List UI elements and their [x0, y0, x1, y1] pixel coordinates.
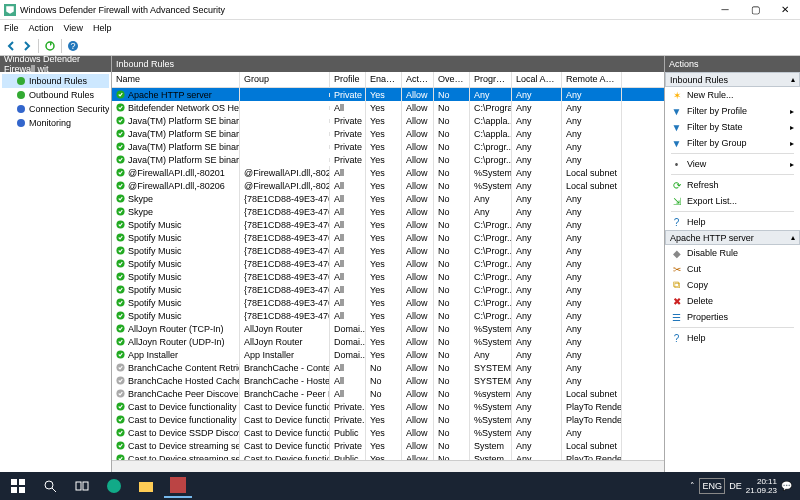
svg-rect-45	[19, 479, 25, 485]
horizontal-scrollbar[interactable]	[112, 460, 664, 472]
tree-item[interactable]: Monitoring	[2, 116, 109, 130]
rule-row[interactable]: @FirewallAPI.dll,-80206@FirewallAPI.dll,…	[112, 179, 664, 192]
actions-header: Actions	[665, 56, 800, 72]
back-icon[interactable]	[4, 39, 18, 53]
action-item[interactable]: ⟳Refresh	[665, 177, 800, 193]
action-item[interactable]: ◆Disable Rule	[665, 245, 800, 261]
menu-action[interactable]: Action	[29, 23, 54, 33]
rule-row[interactable]: AllJoyn Router (UDP-In)AllJoyn RouterDom…	[112, 335, 664, 348]
col-program[interactable]: Program	[470, 72, 512, 87]
rule-row[interactable]: Skype{78E1CD88-49E3-476E-B926-...AllYesA…	[112, 192, 664, 205]
menu-view[interactable]: View	[64, 23, 83, 33]
tree-item[interactable]: Outbound Rules	[2, 88, 109, 102]
action-item[interactable]: ▼Filter by Profile▸	[665, 103, 800, 119]
col-action[interactable]: Action	[402, 72, 434, 87]
action-item[interactable]: ☰Properties	[665, 309, 800, 325]
rule-row[interactable]: Spotify Music{78E1CD88-49E3-476E-B926-..…	[112, 257, 664, 270]
rule-row[interactable]: Spotify Music{78E1CD88-49E3-476E-B926-..…	[112, 296, 664, 309]
menu-file[interactable]: File	[4, 23, 19, 33]
search-button[interactable]	[36, 474, 64, 498]
col-remote[interactable]: Remote Address	[562, 72, 622, 87]
toolbar-help-icon[interactable]: ?	[66, 39, 80, 53]
rule-row[interactable]: BranchCache Peer Discovery (WSD-In)Branc…	[112, 387, 664, 400]
rule-row[interactable]: Java(TM) Platform SE binaryPrivateYesAll…	[112, 153, 664, 166]
action-item[interactable]: ?Help	[665, 330, 800, 346]
col-name[interactable]: Name	[112, 72, 240, 87]
rule-row[interactable]: Spotify Music{78E1CD88-49E3-476E-B926-..…	[112, 270, 664, 283]
close-button[interactable]: ✕	[770, 0, 800, 20]
rule-row[interactable]: Cast to Device functionality (qWave-TCP.…	[112, 400, 664, 413]
rule-row[interactable]: @FirewallAPI.dll,-80201@FirewallAPI.dll,…	[112, 166, 664, 179]
rule-row[interactable]: Cast to Device SSDP Discovery (UDP-In)Ca…	[112, 426, 664, 439]
col-enabled[interactable]: Enabled	[366, 72, 402, 87]
rule-row[interactable]: BranchCache Content Retrieval (HTTP...Br…	[112, 361, 664, 374]
action-separator	[671, 174, 794, 175]
col-override[interactable]: Override	[434, 72, 470, 87]
forward-icon[interactable]	[20, 39, 34, 53]
rule-row[interactable]: Bitdefender Network OS Helper ProcessAll…	[112, 101, 664, 114]
rule-row[interactable]: Spotify Music{78E1CD88-49E3-476E-B926-..…	[112, 244, 664, 257]
action-item[interactable]: ▼Filter by Group▸	[665, 135, 800, 151]
rule-row[interactable]: AllJoyn Router (TCP-In)AllJoyn RouterDom…	[112, 322, 664, 335]
actions-section1-header[interactable]: Inbound Rules▴	[665, 72, 800, 87]
rule-status-icon	[116, 220, 125, 229]
tray-chevron-icon[interactable]: ˄	[690, 481, 695, 491]
tree-item[interactable]: Inbound Rules	[2, 74, 109, 88]
tree-pane: Windows Defender Firewall wit Inbound Ru…	[0, 56, 112, 472]
rule-row[interactable]: Java(TM) Platform SE binaryPrivateYesAll…	[112, 127, 664, 140]
action-item[interactable]: ✖Delete	[665, 293, 800, 309]
action-item[interactable]: ⇲Export List...	[665, 193, 800, 209]
app-icon	[4, 4, 16, 16]
keyboard-layout[interactable]: DE	[729, 481, 742, 491]
rule-status-icon	[116, 389, 125, 398]
action-item[interactable]: ?Help	[665, 214, 800, 230]
rule-row[interactable]: Cast to Device functionality (qWave-UDP.…	[112, 413, 664, 426]
clock[interactable]: 20:11 21.09.23	[746, 477, 777, 495]
actions-section2-header[interactable]: Apache HTTP server▴	[665, 230, 800, 245]
notifications-icon[interactable]: 💬	[781, 481, 792, 491]
rule-row[interactable]: Skype{78E1CD88-49E3-476E-B926-...AllYesA…	[112, 205, 664, 218]
action-item[interactable]: •View▸	[665, 156, 800, 172]
rule-row[interactable]: Spotify Music{78E1CD88-49E3-476E-B926-..…	[112, 309, 664, 322]
svg-rect-44	[11, 479, 17, 485]
rule-status-icon	[116, 350, 125, 359]
action-item[interactable]: ▼Filter by State▸	[665, 119, 800, 135]
col-profile[interactable]: Profile	[330, 72, 366, 87]
taskbar-app-firewall[interactable]	[164, 474, 192, 498]
action-label: Properties	[687, 312, 794, 322]
taskview-button[interactable]	[68, 474, 96, 498]
submenu-icon: ▸	[790, 123, 794, 132]
view-icon: •	[671, 159, 682, 170]
rules-list[interactable]: Apache HTTP serverPrivateYesAllowNoAnyAn…	[112, 88, 664, 460]
refresh-icon[interactable]	[43, 39, 57, 53]
rule-row[interactable]: Spotify Music{78E1CD88-49E3-476E-B926-..…	[112, 231, 664, 244]
tree-item[interactable]: Connection Security Rules	[2, 102, 109, 116]
taskbar-app-explorer[interactable]	[132, 474, 160, 498]
submenu-icon: ▸	[790, 139, 794, 148]
minimize-button[interactable]: ─	[710, 0, 740, 20]
rule-row[interactable]: Java(TM) Platform SE binaryPrivateYesAll…	[112, 114, 664, 127]
action-item[interactable]: ✂Cut	[665, 261, 800, 277]
action-item[interactable]: ✶New Rule...	[665, 87, 800, 103]
disable-icon: ◆	[671, 248, 682, 259]
rule-row[interactable]: App InstallerApp InstallerDomai...YesAll…	[112, 348, 664, 361]
rule-row[interactable]: Cast to Device streaming server (HTTP-St…	[112, 452, 664, 460]
action-item[interactable]: ⧉Copy	[665, 277, 800, 293]
rules-pane: Inbound Rules Name Group Profile Enabled…	[112, 56, 665, 472]
rule-row[interactable]: Spotify Music{78E1CD88-49E3-476E-B926-..…	[112, 218, 664, 231]
maximize-button[interactable]: ▢	[740, 0, 770, 20]
col-group[interactable]: Group	[240, 72, 330, 87]
action-label: View	[687, 159, 785, 169]
rule-row[interactable]: Java(TM) Platform SE binaryPrivateYesAll…	[112, 140, 664, 153]
filter-icon: ▼	[671, 122, 682, 133]
rule-row[interactable]: BranchCache Hosted Cache Server (HTTP...…	[112, 374, 664, 387]
col-local[interactable]: Local Address	[512, 72, 562, 87]
language-indicator[interactable]: ENG	[699, 478, 725, 494]
rule-row[interactable]: Spotify Music{78E1CD88-49E3-476E-B926-..…	[112, 283, 664, 296]
rule-row[interactable]: Apache HTTP serverPrivateYesAllowNoAnyAn…	[112, 88, 664, 101]
rule-row[interactable]: Cast to Device streaming server (HTTP-St…	[112, 439, 664, 452]
rule-status-icon	[116, 402, 125, 411]
menu-help[interactable]: Help	[93, 23, 112, 33]
start-button[interactable]	[4, 474, 32, 498]
taskbar-app-edge[interactable]	[100, 474, 128, 498]
